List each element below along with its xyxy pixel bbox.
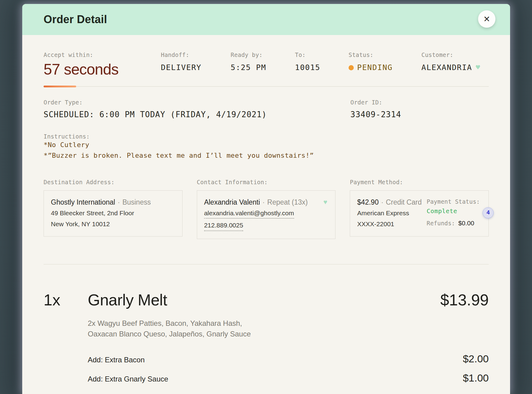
page-title: Order Detail — [44, 13, 107, 26]
contact-phone-link[interactable]: 212.889.0025 — [204, 221, 243, 231]
accept-within-label: Accept within: — [44, 51, 161, 58]
status-pending-dot-icon — [349, 65, 354, 70]
addon-price: $1.00 — [463, 372, 489, 384]
item-addon-row: Add: Extra Gnarly Sauce $1.00 — [88, 372, 489, 384]
status-value: PENDING — [349, 63, 421, 72]
customer-label: Customer: — [421, 51, 489, 58]
contact-information-label: Contact Information: — [197, 179, 336, 185]
refunds-value: $0.00 — [458, 220, 474, 227]
destination-tag: Business — [122, 198, 151, 206]
item-description-line: 2x Wagyu Beef Patties, Bacon, Yakahara H… — [88, 318, 489, 329]
order-id-label: Order ID: — [350, 99, 489, 106]
order-type-value: SCHEDULED: 6:00 PM TODAY (FRIDAY, 4/19/2… — [44, 110, 350, 119]
payment-amount: $42.90 — [357, 198, 378, 206]
handoff-value: DELIVERY — [161, 63, 231, 72]
instruction-line: *”Buzzer is broken. Please text me and I… — [44, 150, 489, 161]
to-label: To: — [295, 51, 349, 58]
customer-value: ALEXANDRIA♥ — [421, 63, 489, 72]
item-description-line: Oaxacan Blanco Queso, Jalapeños, Gnarly … — [88, 329, 489, 339]
items-divider — [44, 264, 489, 265]
payment-status-label: Payment Status: — [427, 198, 481, 205]
contact-name: Alexandria Valenti — [204, 198, 260, 206]
close-icon: ✕ — [483, 14, 490, 24]
payment-status-details: Payment Status: Complete Refunds: $0.00 — [427, 198, 481, 229]
to-field: To: 10015 — [295, 51, 349, 78]
order-overview: Accept within: 57 seconds Handoff: DELIV… — [44, 51, 489, 78]
handoff-field: Handoff: DELIVERY — [161, 51, 231, 78]
destination-address-section: Destination Address: Ghostly Internation… — [44, 179, 183, 239]
contact-email-link[interactable]: alexandria.valenti@ghostly.com — [204, 209, 294, 219]
refunds-label: Refunds: — [427, 220, 455, 227]
item-addon-row: Add: Extra Bacon $2.00 — [88, 353, 489, 365]
ready-by-field: Ready by: 5:25 PM — [231, 51, 295, 78]
line-item: 1x Gnarly Melt $13.99 2x Wagyu Beef Patt… — [44, 291, 489, 394]
payment-method-card: $42.90·Credit Card American Express XXXX… — [350, 190, 489, 237]
contact-repeat-tag: Repeat (13x) — [267, 198, 308, 206]
contact-information-card: Alexandria Valenti·Repeat (13x) alexandr… — [197, 190, 336, 239]
payment-card-brand: American Express — [357, 209, 424, 218]
addon-price: $2.00 — [463, 353, 489, 365]
payment-status-value: Complete — [427, 207, 481, 215]
instructions-label: Instructions: — [44, 133, 489, 140]
destination-address-label: Destination Address: — [44, 179, 183, 185]
destination-name: Ghostly International — [51, 198, 115, 206]
info-cards-row: Destination Address: Ghostly Internation… — [44, 179, 489, 239]
payment-card-number: XXXX-22001 — [357, 220, 424, 229]
dot-separator: · — [262, 198, 265, 206]
item-name: Gnarly Melt — [88, 291, 440, 309]
order-id-field: Order ID: 33409-2314 — [350, 99, 489, 119]
item-description: 2x Wagyu Beef Patties, Bacon, Yakahara H… — [88, 318, 489, 339]
destination-street: 49 Bleecker Street, 2nd Floor — [51, 209, 175, 218]
item-quantity: 1x — [44, 291, 88, 309]
to-value: 10015 — [295, 63, 349, 72]
order-id-value: 33409-2314 — [350, 110, 489, 119]
customer-name: ALEXANDRIA — [421, 63, 472, 72]
status-text: PENDING — [357, 63, 393, 72]
order-type-field: Order Type: SCHEDULED: 6:00 PM TODAY (FR… — [44, 99, 350, 119]
ready-by-value: 5:25 PM — [231, 63, 295, 72]
customer-field: Customer: ALEXANDRIA♥ — [421, 51, 489, 78]
addon-label: Add: Extra Bacon — [88, 356, 145, 364]
ready-by-label: Ready by: — [231, 51, 295, 58]
order-type-label: Order Type: — [44, 99, 350, 106]
dot-separator: · — [381, 198, 384, 206]
customer-favorite-heart-icon: ♥ — [476, 63, 481, 71]
instruction-line: *No Cutlery — [44, 140, 489, 150]
payment-method-section: Payment Method: $42.90·Credit Card Ameri… — [350, 179, 489, 239]
order-type-row: Order Type: SCHEDULED: 6:00 PM TODAY (FR… — [44, 99, 489, 119]
contact-favorite-heart-icon: ♥ — [323, 198, 327, 206]
destination-city: New York, NY 10012 — [51, 220, 175, 229]
payment-card-details: $42.90·Credit Card American Express XXXX… — [357, 198, 424, 229]
modal-header: Order Detail ✕ — [22, 4, 510, 35]
accept-countdown-progress-bar — [44, 86, 76, 87]
accept-countdown-track — [44, 86, 489, 87]
annotation-badge-4[interactable]: 4 — [483, 207, 494, 218]
accept-within-field: Accept within: 57 seconds — [44, 51, 161, 78]
payment-method-label: Payment Method: — [350, 179, 489, 185]
status-label: Status: — [349, 51, 421, 58]
destination-address-card: Ghostly International·Business 49 Bleeck… — [44, 190, 183, 237]
order-instructions: Instructions: *No Cutlery *”Buzzer is br… — [44, 133, 489, 161]
addon-label: Add: Extra Gnarly Sauce — [88, 375, 168, 383]
payment-method-type: Credit Card — [386, 198, 422, 206]
order-detail-modal: Order Detail ✕ Accept within: 57 seconds… — [22, 4, 510, 394]
status-field: Status: PENDING — [349, 51, 421, 78]
handoff-label: Handoff: — [161, 51, 231, 58]
dot-separator: · — [118, 198, 120, 206]
close-button[interactable]: ✕ — [478, 10, 495, 28]
accept-within-countdown: 57 seconds — [44, 61, 161, 78]
contact-information-section: Contact Information: Alexandria Valenti·… — [197, 179, 336, 239]
item-price: $13.99 — [440, 291, 489, 309]
